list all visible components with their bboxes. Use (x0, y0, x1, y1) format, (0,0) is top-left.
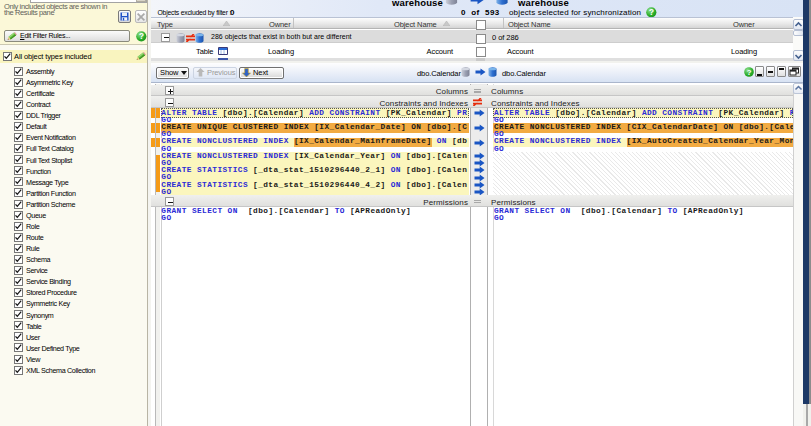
svg-text:?: ? (747, 68, 752, 77)
svg-text:?: ? (139, 32, 144, 41)
svg-text:?: ? (649, 8, 654, 17)
